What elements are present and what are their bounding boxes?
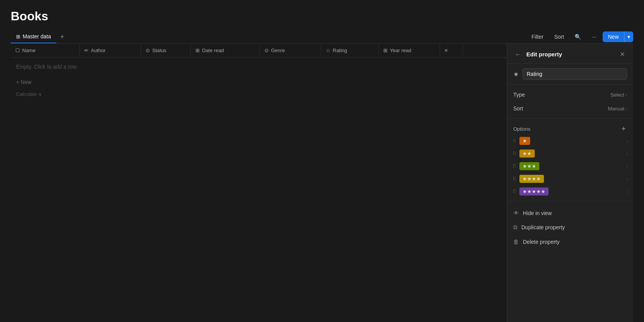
sort-row[interactable]: Sort Manual › (507, 102, 633, 115)
option-item-4star[interactable]: ⠿ ★★★★ › (507, 172, 633, 185)
option-chevron-5star: › (626, 189, 628, 194)
col-header-status[interactable]: ⊙ Status (141, 44, 191, 57)
tab-master-data[interactable]: ⊞ Master data (11, 30, 56, 43)
page-title: Books (11, 9, 633, 23)
hide-in-view-action[interactable]: 👁 Hide in view (507, 206, 633, 220)
right-panel: ← Edit property ✕ ★ Type Select › (507, 44, 633, 322)
drag-handle-3star: ⠿ (513, 163, 516, 169)
option-badge-4star: ★★★★ (519, 175, 544, 183)
drag-handle-2star: ⠿ (513, 151, 516, 156)
col-label-name: Name (22, 48, 36, 53)
property-star-icon: ★ (513, 71, 519, 78)
calculate-button[interactable]: Calculate ∨ (11, 88, 507, 100)
hide-icon: 👁 (513, 210, 519, 216)
add-option-button[interactable]: + (620, 125, 627, 133)
hide-in-view-label: Hide in view (523, 210, 552, 216)
status-col-icon: ⊙ (146, 48, 150, 53)
col-header-author[interactable]: ✏ Author (80, 44, 141, 57)
option-chevron-2star: › (626, 151, 628, 156)
option-item-2star[interactable]: ⠿ ★★ › (507, 147, 633, 160)
add-row-label: + New (16, 79, 31, 85)
table-section: ☐ Name ✏ Author ⊙ Status ⊞ Date read ⊙ (11, 44, 507, 322)
col-header-name[interactable]: ☐ Name (11, 44, 80, 57)
table-empty-message[interactable]: Empty. Click to add a row. (11, 58, 507, 76)
table-icon: ⊞ (16, 34, 20, 39)
property-name-row: ★ (507, 64, 633, 85)
option-badge-2star: ★★ (519, 150, 535, 158)
actions-section: 👁 Hide in view ⧉ Duplicate property 🗑 De… (507, 201, 633, 253)
sort-chevron-icon: › (626, 106, 627, 111)
property-name-input[interactable] (522, 68, 627, 80)
col-label-genre: Genre (271, 48, 285, 53)
option-item-3star[interactable]: ⠿ ★★★ › (507, 160, 633, 172)
panel-header: ← Edit property ✕ (507, 44, 633, 64)
author-col-icon: ✏ (84, 48, 89, 53)
filter-button[interactable]: Filter (527, 31, 548, 42)
dateread-col-icon: ⊞ (196, 48, 200, 53)
option-badge-1star: ★ (519, 137, 530, 145)
col-label-year-read: Year read (390, 48, 411, 53)
drag-handle-1star: ⠿ (513, 138, 516, 144)
col-label-rating: Rating (333, 48, 347, 53)
col-header-year-read[interactable]: ⊞ Year read (379, 44, 440, 57)
name-col-icon: ☐ (15, 48, 20, 53)
col-header-genre[interactable]: ⊙ Genre (260, 44, 321, 57)
col-label-more: ≡ (445, 48, 448, 53)
panel-close-button[interactable]: ✕ (618, 50, 627, 59)
sort-value-container: Manual › (608, 106, 627, 112)
more-options-button[interactable]: ··· (587, 31, 601, 42)
col-label-date-read: Date read (202, 48, 224, 53)
delete-property-action[interactable]: 🗑 Delete property (507, 235, 633, 249)
duplicate-property-label: Duplicate property (521, 224, 565, 230)
genre-col-icon: ⊙ (264, 48, 269, 53)
col-header-rating[interactable]: ☆ Rating (321, 44, 379, 57)
type-value-container: Select › (610, 92, 627, 98)
option-badge-3star: ★★★ (519, 162, 539, 170)
sort-button[interactable]: Sort (550, 31, 569, 42)
type-row[interactable]: Type Select › (507, 88, 633, 102)
delete-icon: 🗑 (513, 238, 519, 245)
type-value: Select (610, 92, 624, 98)
sort-value: Manual (608, 106, 624, 112)
yearread-col-icon: ⊞ (383, 48, 388, 53)
col-label-status: Status (152, 48, 166, 53)
delete-property-label: Delete property (523, 239, 560, 245)
option-item-1star[interactable]: ⠿ ★ › (507, 135, 633, 147)
option-badge-5star: ★★★★★ (519, 187, 549, 196)
duplicate-icon: ⧉ (513, 224, 518, 231)
option-item-5star[interactable]: ⠿ ★★★★★ › (507, 185, 633, 198)
options-label: Options (513, 126, 531, 132)
col-header-more[interactable]: ≡ (440, 44, 463, 57)
toolbar: Filter Sort 🔍 ··· New ▾ (527, 31, 634, 42)
new-chevron-icon[interactable]: ▾ (624, 31, 633, 42)
panel-back-button[interactable]: ← (513, 50, 522, 59)
tab-label: Master data (23, 33, 51, 39)
type-label: Type (513, 92, 525, 98)
options-header: Options + (507, 122, 633, 135)
option-chevron-3star: › (626, 164, 628, 169)
property-settings-rows: Type Select › Sort Manual › (507, 85, 633, 119)
options-section: Options + ⠿ ★ › ⠿ ★★ › ⠿ ★ (507, 119, 633, 201)
tabs-bar: ⊞ Master data + Filter Sort 🔍 ··· New ▾ (11, 30, 633, 44)
search-button[interactable]: 🔍 (570, 31, 586, 42)
panel-title: Edit property (526, 51, 614, 58)
sort-label: Sort (513, 105, 523, 112)
option-chevron-1star: › (626, 139, 628, 143)
col-header-date-read[interactable]: ⊞ Date read (191, 44, 260, 57)
drag-handle-5star: ⠿ (513, 189, 516, 194)
duplicate-property-action[interactable]: ⧉ Duplicate property (507, 220, 633, 235)
table-header: ☐ Name ✏ Author ⊙ Status ⊞ Date read ⊙ (11, 44, 507, 58)
add-row-button[interactable]: + New (11, 76, 507, 88)
new-button[interactable]: New ▾ (603, 31, 633, 42)
col-label-author: Author (91, 48, 105, 53)
drag-handle-4star: ⠿ (513, 176, 516, 182)
add-tab-button[interactable]: + (56, 31, 68, 43)
new-label: New (603, 31, 624, 42)
main-area: ☐ Name ✏ Author ⊙ Status ⊞ Date read ⊙ (11, 44, 633, 322)
type-chevron-icon: › (626, 92, 627, 97)
rating-col-icon: ☆ (326, 48, 330, 53)
option-chevron-4star: › (626, 177, 628, 181)
